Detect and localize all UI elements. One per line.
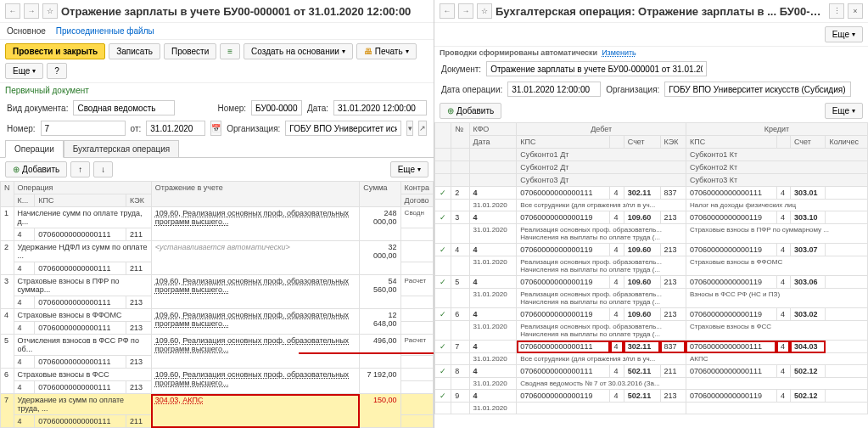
table-row[interactable]: 3Страховые взносы в ПФР по суммар...109.… (1, 275, 434, 296)
favorite-star-icon[interactable]: ☆ (42, 3, 58, 19)
move-up-button[interactable]: ↑ (70, 161, 90, 177)
org-open-icon[interactable]: ↗ (418, 121, 427, 136)
table-row[interactable]: ✓34 070600000000001194109.60213 07060000… (435, 211, 868, 224)
col-s1k: Субконто1 Кт (686, 149, 867, 161)
add-button[interactable]: ⊕ Добавить (5, 161, 67, 177)
table-row-sub[interactable]: 31.01.2020 Реализация основных проф. обр… (435, 289, 868, 308)
number-input[interactable] (41, 121, 126, 136)
add-label: Добавить (22, 165, 59, 174)
table-row-sub[interactable]: 31.01.2020 Реализация основных проф. обр… (435, 321, 868, 341)
header-tabs: Основное Присоединенные файлы (0, 23, 434, 40)
save-button[interactable]: Записать (109, 43, 160, 59)
doc-r-label: Документ: (441, 65, 481, 74)
grid-more-r-button[interactable]: Еще (825, 103, 863, 119)
post-and-close-button[interactable]: Провести и закрыть (5, 43, 105, 59)
autogen-note: Проводки сформированы автоматически Изме… (434, 47, 868, 59)
org-r-input[interactable] (664, 82, 851, 97)
table-row[interactable]: ✓94 070600000000001194502.11213 07060000… (435, 390, 868, 403)
table-row-sub[interactable]: 31.01.2020 (435, 403, 868, 414)
org-r-label: Организация: (606, 85, 659, 94)
nav-back-r[interactable]: ← (440, 3, 455, 19)
col-date-r: Дата (469, 136, 517, 149)
col-debit: Дебет (517, 123, 686, 136)
col-n: N (1, 182, 14, 207)
table-row-sub[interactable]: 31.01.2020 Все сотрудники (для отражения… (435, 353, 868, 365)
more-button[interactable]: Еще (5, 63, 43, 79)
move-down-button[interactable]: ↓ (93, 161, 113, 177)
col-credit: Кредит (686, 123, 867, 136)
col-d-kek: КЭК (660, 136, 686, 149)
number-top-input[interactable] (251, 100, 302, 115)
col-n-r: № (451, 123, 469, 149)
table-row[interactable]: 6Страховые взносы в ФСС109.60, Реализаци… (1, 369, 434, 381)
operations-table[interactable]: N Операция Отражение в учете Сумма Контр… (0, 181, 434, 428)
col-op: Операция (14, 182, 151, 194)
right-toolbar: Еще (434, 23, 868, 47)
table-row[interactable]: ✓84 070600000000001114502.11211 07060000… (435, 365, 868, 378)
col-d-acct: Счет (624, 136, 660, 149)
table-row[interactable]: 1Начисление сумм по оплате труда, д...10… (1, 207, 434, 228)
post-button[interactable]: Провести (164, 43, 216, 59)
row-number: Номер: от: 📅 Организация: ▾ ↗ (0, 118, 434, 138)
table-row[interactable]: 7Удержание из сумм по оплате труда, ...3… (1, 394, 434, 415)
doctype-label: Вид документа: (7, 104, 68, 113)
help-button[interactable]: ? (47, 63, 67, 79)
add-button-r[interactable]: ⊕ Добавить (440, 103, 501, 119)
grid-more-button[interactable]: Еще (390, 161, 428, 177)
col-s3k: Субконто3 Кт (686, 174, 867, 187)
row-doc-r: Документ: (434, 59, 868, 79)
col-k: К... (14, 194, 35, 207)
left-header: ← → ☆ Отражение зарплаты в учете БУ00-00… (0, 0, 434, 23)
col-s2k: Субконто2 Кт (686, 161, 867, 174)
change-link[interactable]: Изменить (602, 48, 636, 57)
table-row-sub[interactable]: 31.01.2020 Реализация основных проф. обр… (435, 224, 868, 244)
tab-accounting-op[interactable]: Бухгалтерская операция (64, 140, 180, 157)
col-dog: Догово (400, 194, 433, 207)
doctype-input[interactable] (73, 100, 175, 115)
tab-operations[interactable]: Операции (5, 140, 64, 158)
calendar-icon[interactable]: 📅 (210, 121, 221, 136)
nav-forward[interactable]: → (24, 3, 39, 19)
autogen-text: Проводки сформированы автоматически (440, 48, 597, 57)
table-row[interactable]: 2Удержание НДФЛ из сумм по оплате ...<ус… (1, 241, 434, 262)
table-row[interactable]: ✓74 070600000000001114302.11837 07060000… (435, 341, 868, 353)
tab-attached-files[interactable]: Присоединенные файлы (56, 26, 154, 36)
list-icon: ≡ (227, 47, 232, 56)
col-d-kps: КПС (517, 136, 610, 149)
date-r-input[interactable] (507, 82, 601, 97)
movements-button[interactable]: ≡ (220, 43, 240, 59)
nav-back[interactable]: ← (5, 3, 20, 19)
annotation-arrow (299, 352, 434, 354)
col-k-acct: Счет (790, 136, 826, 149)
from-input[interactable] (146, 121, 205, 136)
plus-icon-r: ⊕ (447, 106, 454, 115)
org-input[interactable] (285, 121, 401, 136)
date-top-input[interactable] (333, 100, 427, 115)
date-r-label: Дата операции: (441, 85, 502, 94)
menu-icon[interactable]: ⋮ (829, 3, 844, 19)
number-label: Номер: (7, 124, 36, 133)
close-icon[interactable]: × (848, 3, 863, 19)
add-label-r: Добавить (456, 106, 494, 115)
table-row-sub[interactable]: 31.01.2020 Реализация основных проф. обр… (435, 256, 868, 276)
nav-forward-r[interactable]: → (458, 3, 473, 19)
tab-main[interactable]: Основное (7, 26, 46, 36)
col-kek: КЭК (126, 194, 152, 207)
table-row[interactable]: ✓54 070600000000001194109.60213 07060000… (435, 276, 868, 289)
create-based-button[interactable]: Создать на основании (244, 43, 353, 59)
table-row[interactable]: ✓24 070600000000001114302.11837 07060000… (435, 187, 868, 200)
table-row-sub[interactable]: 31.01.2020 Все сотрудники (для отражения… (435, 200, 868, 211)
favorite-star-r-icon[interactable]: ☆ (477, 3, 492, 19)
col-s2d: Субконто2 Дт (517, 161, 686, 174)
postings-table[interactable]: № КФО Дебет Кредит Дата КПС Счет КЭК КПС… (434, 122, 868, 414)
more-button-r[interactable]: Еще (825, 26, 863, 42)
org-select-icon[interactable]: ▾ (406, 121, 413, 136)
col-sum: Сумма (360, 182, 400, 207)
table-row-sub[interactable]: 31.01.2020 Сводная ведомость № 7 от 30.0… (435, 378, 868, 390)
doc-r-input[interactable] (486, 61, 707, 76)
primary-document-link[interactable]: Первичный документ (0, 83, 434, 98)
table-row[interactable]: 4Страховые взносы в ФФОМС109.60, Реализа… (1, 309, 434, 322)
table-row[interactable]: ✓64 070600000000001194109.60213 07060000… (435, 308, 868, 321)
table-row[interactable]: ✓44 070600000000001194109.60213 07060000… (435, 244, 868, 256)
print-button[interactable]: 🖶 Печать (356, 43, 417, 59)
